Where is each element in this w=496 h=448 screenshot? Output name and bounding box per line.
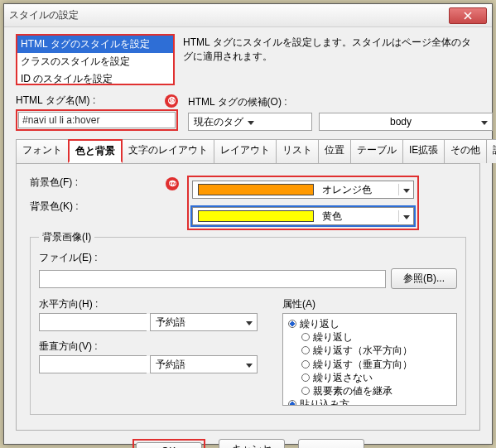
- attach-group-label: 貼り込み方: [300, 397, 349, 406]
- marker-37: ㊲: [166, 177, 179, 190]
- attr-tree[interactable]: 繰り返し 繰り返し 繰り返す（水平方向） 繰り返す（垂直方向） 繰り返さない 親…: [282, 313, 457, 406]
- tab-table[interactable]: テーブル: [350, 139, 403, 163]
- titlebar[interactable]: スタイルの設定: [4, 4, 492, 27]
- tab-desc[interactable]: 説明: [486, 139, 496, 163]
- tab-position[interactable]: 位置: [318, 139, 351, 163]
- bg-color-select[interactable]: 黄色: [192, 207, 414, 225]
- style-type-item-class[interactable]: クラスのスタイルを設定: [17, 53, 173, 70]
- radio-no-repeat[interactable]: [301, 373, 310, 382]
- tab-color-bg[interactable]: 色と背景: [68, 139, 123, 163]
- style-type-item-id[interactable]: ID のスタイルを設定: [17, 70, 173, 85]
- inherit-label: 親要素の値を継承: [313, 384, 392, 397]
- cancel-button[interactable]: キャンセル: [219, 439, 285, 448]
- attr-label: 属性(A): [282, 297, 457, 311]
- style-type-item-html[interactable]: HTML タグのスタイルを設定: [17, 36, 173, 53]
- chevron-down-icon: [242, 316, 257, 328]
- repeat-group-label: 繰り返し: [300, 317, 339, 330]
- v-unit-select[interactable]: 予約語: [150, 355, 258, 373]
- bg-image-legend: 背景画像(I): [39, 230, 94, 244]
- dialog-buttons: OK キャンセル ヘルプ: [16, 439, 480, 448]
- candidate-label: HTML タグの候補(O) :: [188, 95, 493, 109]
- close-button[interactable]: [449, 7, 487, 24]
- tag-name-label: HTML タグ名(M) :: [16, 94, 95, 108]
- bg-color-text: 黄色: [319, 210, 398, 224]
- radio-repeat[interactable]: [301, 333, 310, 341]
- tab-ie[interactable]: IE拡張: [402, 139, 445, 163]
- tab-list[interactable]: リスト: [276, 139, 319, 163]
- tab-layout[interactable]: レイアウト: [214, 139, 277, 163]
- radio-inherit[interactable]: [301, 387, 310, 395]
- ok-button[interactable]: OK: [136, 442, 202, 448]
- h-unit-text: 予約語: [156, 316, 185, 330]
- fg-color-text: オレンジ色: [319, 183, 398, 197]
- bg-swatch: [198, 210, 314, 222]
- h-unit-select[interactable]: 予約語: [150, 313, 258, 331]
- candidate-scope-value: 現在のタグ: [194, 115, 243, 129]
- close-icon: [464, 12, 472, 20]
- chevron-down-icon: [477, 116, 492, 128]
- tab-strip: フォント 色と背景 文字のレイアウト レイアウト リスト 位置 テーブル IE拡…: [16, 139, 480, 164]
- candidate-tag-value: body: [325, 116, 477, 128]
- file-input[interactable]: [39, 270, 386, 288]
- v-value-spin[interactable]: ▲▼: [39, 355, 147, 373]
- repeat-x-label: 繰り返す（水平方向）: [313, 344, 412, 357]
- description-text: HTML タグにスタイルを設定します。スタイルはページ全体のタグに適用されます。: [183, 34, 480, 85]
- radio-repeat-group[interactable]: [288, 320, 296, 328]
- tag-name-input[interactable]: [18, 112, 176, 128]
- radio-repeat-x[interactable]: [301, 346, 310, 354]
- v-unit-text: 予約語: [156, 358, 185, 372]
- help-button[interactable]: ヘルプ: [298, 439, 364, 448]
- window-title: スタイルの設定: [9, 8, 449, 22]
- fg-color-select[interactable]: オレンジ色: [192, 181, 414, 199]
- color-bg-panel: 前景色(F) : 背景色(K) : ㊲ オレンジ色 黄色: [16, 164, 480, 431]
- ok-highlight: OK: [132, 439, 205, 448]
- no-repeat-label: 繰り返さない: [313, 371, 373, 384]
- chevron-down-icon: [243, 116, 258, 128]
- tab-other[interactable]: その他: [444, 139, 487, 163]
- chevron-down-icon: [242, 359, 257, 370]
- style-settings-dialog: スタイルの設定 HTML タグのスタイルを設定 クラスのスタイルを設定 ID の…: [3, 3, 493, 445]
- file-label: ファイル(E) :: [39, 251, 457, 265]
- repeat-y-label: 繰り返す（垂直方向）: [313, 358, 412, 371]
- candidate-tag-select[interactable]: body: [319, 113, 493, 131]
- browse-button[interactable]: 参照(B)...: [391, 268, 457, 289]
- chevron-down-icon: [398, 210, 413, 222]
- style-type-list[interactable]: HTML タグのスタイルを設定 クラスのスタイルを設定 ID のスタイルを設定: [16, 34, 175, 85]
- h-dir-label: 水平方向(H) :: [39, 297, 271, 311]
- radio-attach-group[interactable]: [288, 400, 296, 406]
- candidate-scope-select[interactable]: 現在のタグ: [188, 113, 312, 131]
- fg-color-label: 前景色(F) :: [30, 176, 154, 190]
- tab-font[interactable]: フォント: [16, 139, 69, 163]
- repeat-label: 繰り返し: [313, 330, 353, 344]
- tag-name-highlight: [16, 109, 178, 131]
- bg-image-group: 背景画像(I) ファイル(E) : 参照(B)... 水平方向(H) : ▲▼: [30, 230, 466, 415]
- bg-color-label: 背景色(K) :: [30, 200, 154, 214]
- chevron-down-icon: [398, 184, 413, 195]
- fg-swatch: [198, 184, 314, 195]
- marker-36: ㊱: [165, 94, 178, 108]
- h-value-spin[interactable]: ▲▼: [39, 313, 147, 331]
- v-dir-label: 垂直方向(V) :: [39, 340, 271, 354]
- radio-repeat-y[interactable]: [301, 360, 310, 369]
- tab-text-layout[interactable]: 文字のレイアウト: [122, 139, 214, 163]
- color-selects-highlight: オレンジ色 黄色: [187, 176, 419, 230]
